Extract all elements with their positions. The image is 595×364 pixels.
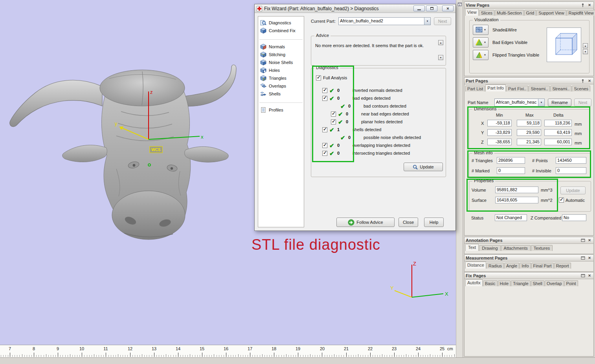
annotation-pages-header[interactable]: Annotation Pages ✕ — [465, 237, 593, 244]
nav-item-triangles[interactable]: Triangles — [258, 74, 304, 82]
tab-rapidfit-view[interactable]: Rapidfit View — [567, 10, 595, 16]
tab-drawing[interactable]: Drawing — [479, 245, 500, 251]
tab-radius[interactable]: Radius — [487, 263, 504, 269]
pin-icon[interactable] — [580, 79, 586, 84]
dim-x-min-field[interactable]: -59,118 — [487, 120, 512, 126]
tab-shell[interactable]: Shell — [531, 280, 544, 286]
fix-pages-header[interactable]: Fix Pages ✕ — [465, 273, 593, 279]
nav-item-noise-shells[interactable]: Noise Shells — [258, 59, 304, 66]
update-button[interactable]: Update — [404, 163, 443, 171]
dialog-close-button[interactable]: Close — [399, 218, 418, 227]
float-window-icon[interactable] — [580, 256, 586, 261]
nav-item-holes[interactable]: Holes — [258, 66, 304, 74]
orientation-cube-preview[interactable] — [547, 27, 581, 62]
tab-report[interactable]: Report — [554, 263, 571, 269]
dim-z-delta-field[interactable]: 60,001 — [544, 139, 572, 145]
tab-part-info[interactable]: Part Info — [485, 84, 506, 91]
nav-item-stitching[interactable]: Stitching — [258, 51, 304, 59]
marked-field[interactable]: 0 — [497, 167, 525, 174]
tab-hole[interactable]: Hole — [498, 280, 511, 286]
status-field[interactable]: Not Changed — [495, 214, 527, 221]
tab-part-fixing[interactable]: Part Fixi.. — [506, 86, 528, 91]
volume-field[interactable]: 95891,882 — [495, 187, 538, 193]
advice-scroll-up-button[interactable]: ▲ — [438, 40, 443, 45]
tab-scenes[interactable]: Scenes — [572, 86, 590, 91]
nav-item-diagnostics[interactable]: Diagnostics — [258, 19, 304, 27]
advice-scroll-down-button[interactable]: ▼ — [438, 55, 443, 60]
diagnostic-checkbox[interactable]: ✓ — [322, 88, 327, 93]
nav-item-combined-fix[interactable]: Combined Fix — [258, 27, 304, 35]
properties-update-button[interactable]: Update — [560, 187, 586, 194]
pin-icon[interactable] — [580, 3, 586, 8]
preview-up-button[interactable]: ▲ — [583, 43, 588, 48]
tab-streaming-1[interactable]: Streami.. — [529, 86, 550, 91]
automatic-checkbox[interactable]: ✓ — [559, 198, 564, 203]
minimize-button[interactable] — [413, 5, 425, 11]
dim-y-min-field[interactable]: -33,829 — [487, 129, 512, 136]
full-analysis-checkbox[interactable]: ✓ — [316, 75, 321, 80]
dim-y-max-field[interactable]: 29,590 — [517, 129, 541, 136]
nav-item-profiles[interactable]: Profiles — [258, 106, 304, 114]
z-compensated-field[interactable]: No — [562, 214, 586, 221]
measurement-pages-header[interactable]: Measurement Pages ✕ — [465, 255, 593, 262]
tab-text[interactable]: Text — [465, 244, 479, 251]
flipped-triangles-button[interactable]: ▼ — [473, 50, 488, 60]
dim-z-min-field[interactable]: -38,655 — [487, 139, 512, 145]
float-window-icon[interactable] — [580, 238, 586, 243]
diagnostic-checkbox[interactable]: ✓ — [322, 96, 327, 101]
current-part-combobox[interactable]: African_buffalo_head2 ▼ — [338, 17, 431, 25]
part-pages-header[interactable]: Part Pages ✕ — [465, 78, 593, 84]
part-name-combobox[interactable]: African_buffalo_heac ▼ — [494, 99, 545, 106]
nav-item-normals[interactable]: Normals — [258, 43, 304, 51]
tab-textures[interactable]: Textures — [531, 245, 553, 251]
dim-y-delta-field[interactable]: 63,419 — [544, 129, 572, 136]
tab-basic[interactable]: Basic — [483, 280, 498, 286]
tab-multi-section[interactable]: Multi-Section — [495, 10, 524, 16]
dim-z-max-field[interactable]: 21,345 — [517, 139, 541, 145]
close-icon[interactable]: ✕ — [587, 256, 592, 261]
tab-autofix[interactable]: Autofix — [465, 279, 483, 286]
tab-grid[interactable]: Grid — [524, 10, 536, 16]
diagnostic-checkbox[interactable]: ✓ — [322, 143, 327, 148]
invisible-field[interactable]: 0 — [556, 167, 586, 174]
wizard-next-button[interactable]: Next — [434, 17, 451, 25]
shade-wire-button[interactable]: ▼ — [473, 25, 488, 35]
next-button[interactable]: Next — [574, 99, 591, 106]
rename-button[interactable]: Rename — [548, 99, 571, 106]
bad-edges-visible-button[interactable]: ▼ — [473, 37, 488, 48]
follow-advice-button[interactable]: Follow Advice — [336, 218, 395, 227]
tab-final-part[interactable]: Final Part — [531, 263, 554, 269]
nav-item-overlaps[interactable]: Overlaps — [258, 82, 304, 90]
tab-distance[interactable]: Distance — [465, 262, 486, 269]
maximize-button[interactable] — [426, 5, 437, 11]
fix-wizard-titlebar[interactable]: Fix Wizard (Part: African_buffalo_head2)… — [255, 4, 455, 13]
diagnostic-checkbox[interactable]: ✓ — [331, 119, 336, 124]
diagnostic-checkbox[interactable]: ✓ — [322, 151, 327, 156]
view-pages-header[interactable]: View Pages ✕ — [465, 2, 593, 9]
tab-overlap[interactable]: Overlap — [545, 280, 564, 286]
nav-item-shells[interactable]: Shells — [258, 90, 304, 98]
diagnostic-checkbox[interactable]: ✓ — [322, 127, 327, 132]
dim-x-max-field[interactable]: 59,118 — [517, 120, 541, 126]
tab-support-view[interactable]: Support View — [536, 10, 566, 16]
tab-point[interactable]: Point — [564, 280, 578, 286]
tab-part-list[interactable]: Part List — [465, 86, 485, 91]
tab-streaming-2[interactable]: Streami.. — [550, 86, 571, 91]
triangles-field[interactable]: 286896 — [497, 157, 525, 164]
autohide-icon[interactable] — [457, 2, 462, 7]
close-button[interactable]: ✕ — [442, 5, 454, 11]
tab-attachments[interactable]: Attachments — [501, 245, 531, 251]
surface-field[interactable]: 16418,605 — [495, 197, 538, 203]
close-icon[interactable]: ✕ — [587, 238, 592, 243]
float-window-icon[interactable] — [580, 273, 586, 278]
tab-info[interactable]: Info — [520, 263, 531, 269]
tab-triangle[interactable]: Triangle — [511, 280, 530, 286]
close-icon[interactable]: ✕ — [587, 273, 592, 278]
help-button[interactable]: Help — [424, 218, 444, 227]
dropdown-arrow-icon[interactable]: ▼ — [538, 99, 544, 106]
preview-down-button[interactable]: ▼ — [583, 49, 588, 54]
diagnostic-checkbox[interactable]: ✓ — [331, 112, 336, 117]
dropdown-arrow-icon[interactable]: ▼ — [424, 18, 430, 25]
tab-angle[interactable]: Angle — [504, 263, 519, 269]
dim-x-delta-field[interactable]: 118,236 — [544, 120, 572, 126]
